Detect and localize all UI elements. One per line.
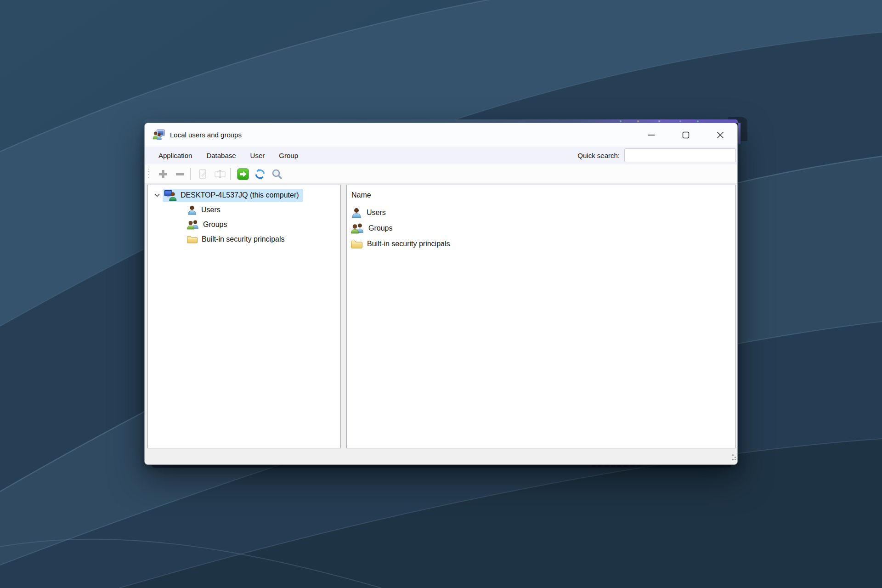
tree-item-groups[interactable]: Groups — [148, 217, 340, 232]
edit-button — [194, 166, 211, 182]
background-window-bottom-artifact — [152, 464, 731, 468]
toolbar-separator — [190, 168, 191, 180]
rename-button — [211, 166, 228, 182]
plus-icon — [158, 169, 169, 180]
list-item-groups[interactable]: Groups — [347, 220, 735, 236]
tree-item-label: Groups — [203, 220, 227, 229]
list-pane: Name Users — [346, 185, 736, 448]
rename-box-icon — [214, 169, 226, 179]
list-item-label: Users — [367, 209, 386, 217]
tree-pane: DESKTOP-4L537JQ (this computer) Users — [147, 185, 341, 448]
titlebar[interactable]: Local users and groups — [145, 123, 737, 147]
add-button[interactable] — [154, 166, 171, 182]
window-controls — [634, 123, 737, 147]
tree-item-users[interactable]: Users — [148, 203, 340, 217]
group-icon — [351, 223, 364, 234]
desktop: Local users and groups Application Datab… — [0, 0, 882, 588]
menu-application[interactable]: Application — [158, 152, 192, 159]
tree-row-root: DESKTOP-4L537JQ (this computer) — [148, 188, 340, 203]
edit-document-icon — [198, 169, 209, 180]
folder-icon — [187, 235, 198, 244]
remove-button[interactable] — [171, 166, 188, 182]
refresh-button[interactable] — [251, 166, 268, 182]
chevron-down-icon[interactable] — [153, 191, 161, 199]
tree-item-label: Users — [201, 206, 220, 214]
user-icon — [187, 205, 198, 215]
quick-search-label: Quick search: — [577, 147, 620, 164]
quick-search-input[interactable] — [624, 148, 736, 162]
minimize-button[interactable] — [634, 123, 668, 147]
menu-user[interactable]: User — [250, 152, 265, 159]
close-button[interactable] — [703, 123, 737, 147]
background-window-edge-artifact — [738, 123, 741, 144]
folder-icon — [351, 239, 363, 249]
maximize-button[interactable] — [668, 123, 703, 147]
search-button[interactable] — [268, 166, 285, 182]
group-icon — [187, 220, 199, 230]
menu-database[interactable]: Database — [206, 152, 236, 159]
statusbar — [145, 448, 737, 464]
computer-user-icon — [164, 190, 177, 201]
column-header-name[interactable]: Name — [347, 185, 735, 205]
resize-grip[interactable] — [727, 454, 734, 461]
list-item-users[interactable]: Users — [347, 205, 735, 220]
tree-item-label: DESKTOP-4L537JQ (this computer) — [181, 191, 299, 199]
list-item-label: Built-in security principals — [367, 240, 450, 248]
toolbar-separator — [230, 168, 231, 180]
app-window: Local users and groups Application Datab… — [144, 123, 738, 465]
list-item-builtin[interactable]: Built-in security principals — [347, 236, 735, 252]
window-title: Local users and groups — [170, 131, 242, 139]
green-arrow-icon — [237, 168, 249, 180]
menubar: Application Database User Group Quick se… — [145, 147, 737, 164]
menu-group[interactable]: Group — [279, 152, 298, 159]
tree-item-label: Built-in security principals — [202, 235, 285, 243]
magnifier-icon — [271, 168, 283, 180]
refresh-icon — [254, 168, 266, 180]
toolbar-grip[interactable] — [148, 169, 149, 180]
content-area: DESKTOP-4L537JQ (this computer) Users — [145, 184, 737, 448]
tree-item-computer[interactable]: DESKTOP-4L537JQ (this computer) — [163, 189, 303, 202]
list-item-label: Groups — [368, 224, 392, 232]
minus-icon — [175, 169, 186, 180]
app-icon — [153, 129, 165, 141]
toolbar — [145, 164, 737, 184]
go-button[interactable] — [234, 166, 251, 182]
tree-item-builtin[interactable]: Built-in security principals — [148, 232, 340, 247]
user-icon — [351, 207, 362, 218]
